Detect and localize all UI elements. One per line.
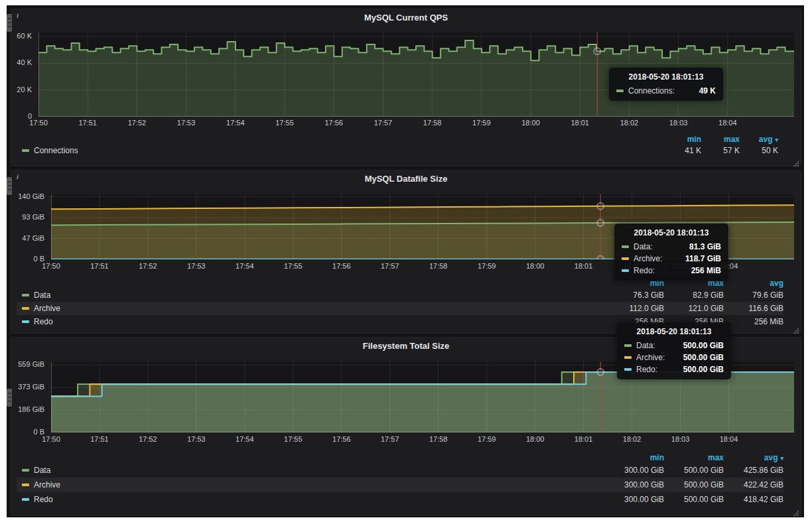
panel-resize-handle[interactable]: [793, 507, 799, 514]
x-tick-label: 17:50: [20, 119, 57, 127]
x-tick-label: 17:55: [275, 435, 312, 443]
legend-stat-min: 300.00 GiB: [604, 495, 664, 504]
tooltip-series-row: Connections:49 K: [616, 86, 716, 96]
x-tick-label: 18:04: [710, 435, 747, 443]
panel-title[interactable]: MySQL Current QPS: [11, 13, 801, 23]
legend-col-avg[interactable]: avg▾: [740, 135, 778, 144]
tooltip-timestamp: 2018-05-20 18:01:13: [624, 327, 724, 338]
x-tick-label: 17:53: [168, 119, 205, 127]
y-tick-label: 47 GiB: [11, 234, 47, 242]
tooltip-series-row: Redo:256 MiB: [622, 266, 721, 275]
legend-series-label[interactable]: Data: [17, 466, 50, 475]
legend-stat-avg: 422.42 GiB: [724, 480, 783, 489]
legend-col-min[interactable]: min: [663, 135, 701, 144]
legend-series-label[interactable]: Redo: [17, 317, 53, 326]
legend-col-min[interactable]: min: [604, 453, 664, 462]
legend-stat-avg: 79.6 GiB: [724, 291, 783, 300]
panel-resize-handle[interactable]: [793, 158, 799, 164]
sort-caret-icon: ▾: [780, 455, 783, 462]
legend-stat-avg: 116.6 GiB: [724, 304, 783, 313]
x-tick-label: 18:01: [565, 262, 602, 270]
series-color-swatch: [22, 498, 29, 501]
x-tick-label: 17:55: [275, 262, 312, 270]
x-tick-label: 18:00: [517, 435, 554, 443]
x-tick-label: 17:51: [69, 119, 106, 127]
y-tick-label: 186 GiB: [11, 405, 47, 413]
legend-row: Connections41 K57 K50 K: [17, 145, 778, 157]
legend-stat-min: 112.0 GiB: [604, 304, 664, 313]
tooltip-series-row: Archive:500.00 GiB: [624, 353, 724, 362]
series-color-swatch: [22, 149, 29, 152]
graph-tooltip: 2018-05-20 18:01:13 Data:81.3 GiBArchive…: [614, 224, 728, 281]
legend: minmaxavgData76.3 GiB82.9 GiB79.6 GiBArc…: [17, 278, 783, 328]
x-tick-label: 17:51: [81, 262, 118, 270]
legend-col-avg[interactable]: avg: [724, 279, 783, 288]
x-tick-label: 17:56: [323, 262, 360, 270]
x-tick-label: 17:57: [372, 435, 409, 443]
legend-header-row: minmaxavg▾: [17, 452, 783, 463]
legend: minmaxavg▾Data300.00 GiB500.00 GiB425.86…: [17, 452, 783, 507]
x-tick-label: 17:50: [33, 435, 70, 443]
graph-tooltip: 2018-05-20 18:01:13 Connections:49 K: [609, 68, 723, 101]
resize-grip-icon: [793, 510, 799, 517]
x-tick-label: 17:56: [315, 119, 352, 127]
legend-row: Data76.3 GiB82.9 GiB79.6 GiB: [17, 289, 783, 302]
series-color-swatch: [622, 245, 629, 248]
sort-caret-icon: ▾: [775, 137, 778, 143]
resize-grip-icon: [793, 161, 799, 167]
x-tick-label: 17:58: [420, 435, 457, 443]
x-tick-label: 18:00: [512, 119, 549, 127]
x-tick-label: 17:56: [323, 435, 360, 443]
x-tick-label: 17:54: [226, 262, 263, 270]
series-color-swatch: [624, 368, 632, 371]
legend-series-label[interactable]: Archive: [17, 480, 60, 489]
x-tick-label: 17:52: [118, 119, 155, 127]
legend-stat-avg: 256 MiB: [724, 317, 783, 326]
legend-stat-max: 121.0 GiB: [664, 304, 724, 313]
x-tick-label: 18:00: [517, 262, 554, 270]
legend-stat-avg: 50 K: [740, 146, 778, 155]
series-color-swatch: [22, 307, 29, 310]
grafana-dashboard-page: { "page": { "background": "#ffffff", "da…: [0, 0, 812, 520]
series-color-swatch: [22, 484, 29, 486]
legend-series-label[interactable]: Connections: [17, 146, 78, 155]
panel-title[interactable]: MySQL Datafile Size: [11, 174, 801, 184]
x-tick-label: 17:58: [420, 262, 457, 270]
legend-stat-min: 76.3 GiB: [604, 291, 664, 300]
legend-series-label[interactable]: Data: [17, 291, 50, 300]
panel-drag-handle[interactable]: [7, 389, 12, 407]
resize-grip-icon: [793, 328, 799, 334]
tooltip-timestamp: 2018-05-20 18:01:13: [622, 228, 721, 239]
y-tick-label: 559 GiB: [11, 360, 47, 368]
x-tick-label: 17:52: [129, 262, 167, 270]
x-tick-label: 18:01: [561, 119, 598, 127]
tooltip-series-row: Data:81.3 GiB: [622, 242, 721, 251]
y-tick-label: 40 K: [11, 58, 34, 66]
x-tick-label: 17:55: [266, 119, 303, 127]
legend-stat-min: 41 K: [663, 146, 701, 155]
panel-resize-handle[interactable]: [793, 325, 799, 332]
x-tick-label: 18:01: [565, 435, 602, 443]
legend-col-avg[interactable]: avg▾: [724, 453, 783, 462]
tooltip-series-row: Archive:118.7 GiB: [622, 254, 721, 263]
x-tick-label: 17:53: [178, 262, 215, 270]
series-fill-redo: [51, 372, 794, 432]
legend-stat-min: 300.00 GiB: [604, 480, 664, 489]
x-tick-label: 18:02: [614, 435, 651, 443]
legend-series-label[interactable]: Redo: [17, 495, 53, 504]
series-color-swatch: [622, 269, 629, 272]
y-tick-label: 373 GiB: [11, 383, 47, 391]
tooltip-rows: Connections:49 K: [616, 86, 716, 96]
x-tick-label: 17:58: [414, 119, 451, 127]
legend-stat-max: 57 K: [701, 146, 740, 155]
legend-series-label[interactable]: Archive: [17, 304, 60, 313]
series-color-swatch: [624, 344, 632, 347]
tooltip-timestamp: 2018-05-20 18:01:13: [616, 72, 716, 84]
y-tick-label: 60 K: [11, 32, 34, 40]
legend-col-max[interactable]: max: [664, 453, 724, 462]
x-tick-label: 17:50: [33, 262, 70, 270]
x-tick-label: 17:59: [468, 435, 506, 443]
y-tick-label: 140 GiB: [11, 192, 47, 200]
legend-col-max[interactable]: max: [701, 135, 740, 144]
legend-row: Archive300.00 GiB500.00 GiB422.42 GiB: [17, 478, 783, 492]
